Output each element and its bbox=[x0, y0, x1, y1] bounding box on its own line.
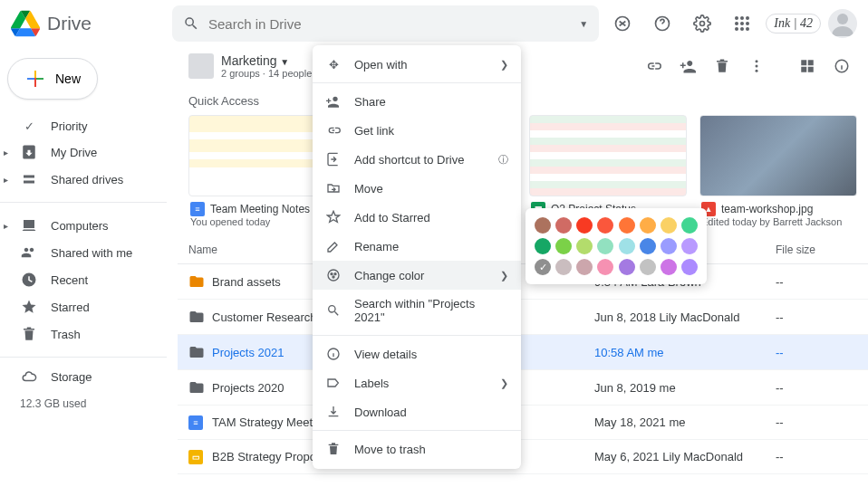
ctx-get-link[interactable]: Get link bbox=[313, 116, 521, 145]
ctx-share[interactable]: Share bbox=[313, 87, 521, 116]
ctx-rename[interactable]: Rename bbox=[313, 232, 521, 261]
nav-computers[interactable]: ▸Computers bbox=[0, 212, 167, 239]
get-link-button[interactable] bbox=[638, 51, 669, 81]
plus-icon bbox=[24, 68, 46, 90]
file-row[interactable]: Customer ResearchJun 8, 2018 Lily MacDon… bbox=[178, 300, 868, 335]
nav-starred[interactable]: Starred bbox=[0, 293, 167, 320]
color-swatch[interactable] bbox=[555, 238, 572, 254]
offline-status-icon[interactable] bbox=[606, 7, 639, 40]
color-swatch[interactable] bbox=[619, 259, 635, 275]
apps-icon[interactable] bbox=[726, 7, 758, 40]
color-swatch[interactable] bbox=[576, 259, 593, 275]
svg-point-10 bbox=[740, 27, 744, 31]
ctx-search-within[interactable]: Search within "Projects 2021" bbox=[313, 290, 521, 331]
brand-badge: Ink | 42 bbox=[766, 14, 821, 33]
delete-button[interactable] bbox=[707, 51, 738, 81]
shared-icon bbox=[20, 244, 38, 261]
search-options-icon[interactable]: ▼ bbox=[579, 19, 588, 29]
help-icon[interactable]: ⓘ bbox=[498, 153, 508, 167]
list-header: Name Last modified ↓ File size bbox=[178, 236, 868, 264]
color-swatch[interactable] bbox=[681, 238, 698, 254]
color-swatch[interactable] bbox=[535, 217, 551, 234]
expand-icon[interactable]: ▸ bbox=[4, 221, 8, 231]
nav-recent[interactable]: Recent bbox=[0, 266, 167, 293]
color-swatch[interactable] bbox=[555, 259, 572, 275]
nav-shared-drives[interactable]: ▸Shared drives bbox=[0, 166, 167, 193]
ctx-open-with[interactable]: ✥Open with❯ bbox=[313, 51, 521, 79]
ctx-add-shortcut[interactable]: Add shortcut to Driveⓘ bbox=[313, 145, 521, 174]
file-icon bbox=[188, 379, 212, 396]
search-icon bbox=[183, 15, 199, 32]
col-size[interactable]: File size bbox=[776, 244, 857, 256]
color-swatch[interactable] bbox=[555, 217, 572, 234]
docs-icon: ≡ bbox=[190, 202, 205, 216]
folder-thumb bbox=[188, 53, 214, 79]
details-button[interactable] bbox=[826, 51, 857, 81]
color-swatch[interactable] bbox=[681, 217, 698, 234]
help-icon[interactable] bbox=[646, 7, 679, 40]
file-row[interactable]: Projects 202110:58 AM me-- bbox=[178, 335, 868, 370]
color-icon bbox=[325, 268, 342, 282]
cloud-icon bbox=[20, 368, 38, 385]
view-toggle-button[interactable] bbox=[792, 51, 823, 81]
download-icon bbox=[325, 405, 342, 419]
color-swatch[interactable] bbox=[640, 238, 656, 254]
logo-area[interactable]: Drive bbox=[11, 9, 165, 38]
svg-point-8 bbox=[746, 22, 749, 25]
color-swatch[interactable]: ✓ bbox=[535, 259, 551, 275]
color-swatch[interactable] bbox=[661, 238, 677, 254]
ctx-add-starred[interactable]: Add to Starred bbox=[313, 203, 521, 232]
toolbar-actions bbox=[638, 51, 857, 81]
color-swatch[interactable] bbox=[640, 217, 656, 234]
file-row[interactable]: Projects 2020Jun 8, 2019 me-- bbox=[178, 370, 868, 406]
svg-point-4 bbox=[740, 16, 744, 20]
color-swatch[interactable] bbox=[681, 259, 698, 275]
expand-icon[interactable]: ▸ bbox=[4, 148, 8, 158]
color-swatch[interactable] bbox=[661, 259, 677, 275]
svg-point-9 bbox=[735, 27, 738, 31]
file-row[interactable]: ≡TAM Strategy Meeting 2020May 18, 2021 m… bbox=[178, 406, 868, 440]
file-size: -- bbox=[776, 275, 857, 289]
folder-breadcrumb[interactable]: Marketing ▼ 2 groups · 14 people bbox=[188, 53, 312, 79]
new-button[interactable]: New bbox=[7, 58, 98, 100]
ctx-labels[interactable]: Labels❯ bbox=[313, 368, 521, 397]
nav-storage[interactable]: Storage bbox=[0, 363, 167, 390]
nav-priority[interactable]: ✓Priority bbox=[0, 114, 167, 138]
ctx-download[interactable]: Download bbox=[313, 397, 521, 426]
file-size: -- bbox=[776, 381, 857, 395]
ctx-view-details[interactable]: View details bbox=[313, 339, 521, 368]
color-swatch[interactable] bbox=[597, 217, 613, 234]
svg-point-18 bbox=[331, 273, 333, 275]
file-modified: 10:58 AM me bbox=[594, 346, 776, 359]
file-row[interactable]: ▭B2B Strategy Proposal Review - 5.16May … bbox=[178, 440, 868, 474]
main-content: Marketing ▼ 2 groups · 14 people Quick A… bbox=[178, 47, 868, 474]
search-input[interactable] bbox=[208, 16, 570, 32]
settings-icon[interactable] bbox=[686, 7, 719, 40]
color-swatch[interactable] bbox=[619, 238, 635, 254]
expand-icon[interactable]: ▸ bbox=[4, 175, 8, 185]
shortcut-icon bbox=[325, 152, 342, 167]
color-swatch[interactable] bbox=[576, 217, 593, 234]
color-swatch[interactable] bbox=[535, 238, 551, 254]
ctx-move-to-trash[interactable]: Move to trash bbox=[313, 434, 521, 463]
color-swatch[interactable] bbox=[661, 217, 677, 234]
ctx-move[interactable]: Move bbox=[313, 174, 521, 203]
nav-trash[interactable]: Trash bbox=[0, 320, 167, 348]
quick-card[interactable]: ▲team-workshop.jpg Edited today by Barre… bbox=[699, 115, 857, 227]
nav-shared-with-me[interactable]: Shared with me bbox=[0, 239, 167, 266]
file-size: -- bbox=[776, 450, 857, 463]
search-bar[interactable]: ▼ bbox=[172, 5, 599, 42]
label-icon bbox=[325, 376, 342, 390]
file-row[interactable]: Brand assets9:34 AM Lara Brown-- bbox=[178, 264, 868, 300]
color-swatch[interactable] bbox=[576, 238, 593, 254]
share-button[interactable] bbox=[672, 51, 703, 81]
more-button[interactable] bbox=[741, 51, 772, 81]
color-swatch[interactable] bbox=[597, 259, 613, 275]
nav-my-drive[interactable]: ▸My Drive bbox=[0, 138, 167, 166]
ctx-change-color[interactable]: Change color❯ bbox=[313, 261, 521, 290]
color-swatch[interactable] bbox=[619, 217, 635, 234]
color-swatch[interactable] bbox=[640, 259, 656, 275]
color-swatch[interactable] bbox=[597, 238, 613, 254]
account-avatar[interactable] bbox=[828, 9, 857, 38]
svg-point-6 bbox=[735, 22, 738, 25]
